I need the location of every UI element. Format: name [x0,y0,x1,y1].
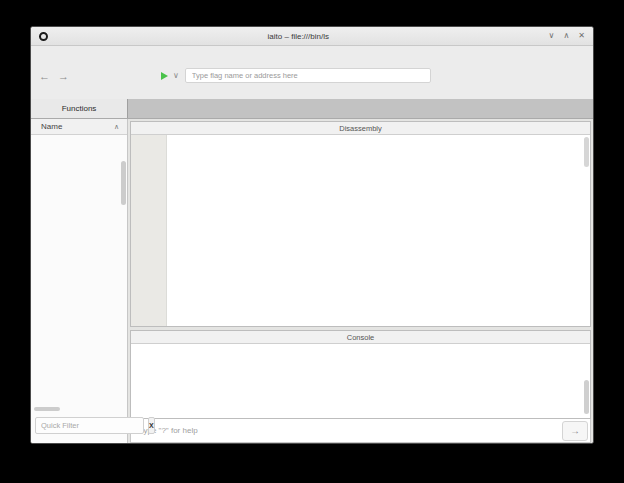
chevron-down-icon[interactable]: ∨ [173,71,179,80]
quick-filter-row: X [31,413,127,443]
tab-bar: Functions [31,99,593,119]
clear-filter-button[interactable]: X [148,417,155,434]
play-icon[interactable] [161,72,168,80]
disassembly-dock-title[interactable]: Disassembly [131,122,590,135]
disassembly-dock: Disassembly [130,121,591,327]
minimize-icon[interactable]: ∨ [549,32,555,40]
console-command-input[interactable] [131,419,562,442]
tab-functions[interactable]: Functions [31,99,128,118]
jump-arrows [131,135,167,326]
window-title: iaito – file:///bin/ls [48,32,549,41]
command-row: → [130,419,591,443]
console-scrollbar[interactable] [584,380,589,414]
quick-filter-input[interactable] [35,417,144,434]
send-command-icon[interactable]: → [562,421,588,441]
back-icon[interactable]: ← [39,70,50,82]
app-icon [39,32,48,41]
flag-search-input[interactable] [185,68,431,83]
console-dock-title[interactable]: Console [131,331,590,344]
console-output[interactable] [131,344,590,418]
main-content: Name ∧ X Disassembly [31,119,593,443]
functions-column-header[interactable]: Name ∧ [31,119,127,135]
right-column: Disassembly Console → [128,119,593,443]
disassembly-listing[interactable] [167,135,590,326]
forward-icon[interactable]: → [58,70,69,82]
sort-ascending-icon: ∧ [114,123,119,131]
console-dock: Console [130,330,591,419]
functions-sidebar: Name ∧ X [31,119,128,443]
maximize-icon[interactable]: ∧ [563,32,569,40]
close-icon[interactable]: ✕ [578,32,585,40]
toolbar: ← → ∨ [31,64,593,87]
title-bar[interactable]: iaito – file:///bin/ls ∨ ∧ ✕ [31,27,593,46]
disassembly-scrollbar[interactable] [584,137,589,167]
app-window: iaito – file:///bin/ls ∨ ∧ ✕ ← → ∨ Funct… [30,26,594,444]
menu-bar [31,46,593,64]
jump-arrows-gutter [131,135,167,326]
functions-list [31,135,127,405]
memory-map-strip[interactable] [33,89,591,98]
functions-scrollbar[interactable] [121,161,126,205]
functions-hscrollbar[interactable] [31,405,127,413]
